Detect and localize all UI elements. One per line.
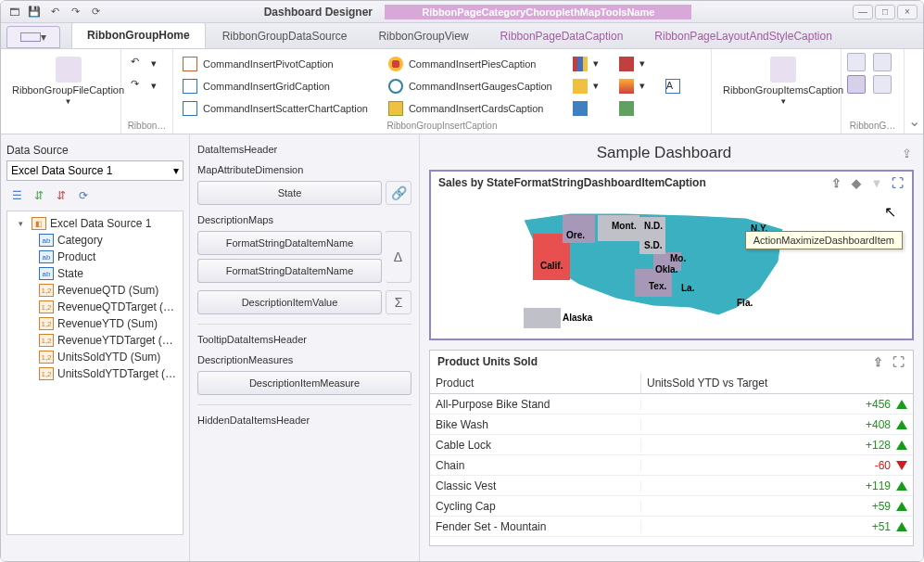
tab-view[interactable]: RibbonGroupView [363, 24, 483, 48]
tree-root[interactable]: ▾◧Excel Data Source 1 [11, 215, 179, 232]
insert-filter-split[interactable]: ▾ [615, 54, 649, 74]
tab-datasource[interactable]: RibbonGroupDataSource [208, 24, 362, 48]
refresh-fields-icon[interactable]: ⟳ [73, 186, 94, 205]
file-menu-button[interactable]: ▾ [6, 26, 60, 48]
table-row[interactable]: Classic Vest+119 [430, 476, 913, 496]
maximize-grid-icon[interactable]: ⛶ [891, 354, 905, 369]
insert-chart-split[interactable]: ▾ [569, 54, 602, 74]
svg-text:Fla.: Fla. [737, 298, 753, 308]
chip-state[interactable]: State [197, 181, 382, 205]
undo-split-button[interactable]: ↶▾ [127, 53, 160, 73]
datasource-combo[interactable]: Excel Data Source 1▾ [6, 160, 184, 181]
grid-body[interactable]: All-Purpose Bike Stand+456Bike Wash+408C… [430, 394, 913, 545]
insert-grid[interactable]: CommandInsertGridCaption [179, 76, 372, 96]
chip-fmt1[interactable]: FormatStringDataItemName [197, 231, 382, 255]
map-item[interactable]: Sales by StateFormatStringDashboardItemC… [429, 170, 914, 340]
svg-text:Mont.: Mont. [612, 221, 637, 231]
ribbon: RibbonGroupFileCaption▼ ↶▾ ↷▾ Ribbon… Co… [1, 49, 923, 134]
ribbon-group-insert-label: RibbonGroupInsertCaption [179, 119, 705, 132]
tree-field[interactable]: 1,2RevenueYTDTarget (… [11, 332, 179, 349]
chip-fmt3[interactable]: FormatStringDataItemName [197, 259, 382, 283]
export-dashboard-icon[interactable]: ⇪ [899, 146, 914, 160]
table-row[interactable]: Bike Wash+408 [430, 415, 913, 435]
data-items-header: DataItemsHeader [197, 144, 411, 155]
maximize-button[interactable]: □ [875, 5, 895, 19]
col-product[interactable]: Product [430, 373, 641, 393]
insert-scatter[interactable]: CommandInsertScatterChartCaption [179, 98, 372, 119]
tree-field[interactable]: 1,2RevenueYTD (Sum) [11, 315, 179, 332]
insert-pies[interactable]: CommandInsertPiesCaption [385, 54, 556, 74]
sort-asc-icon[interactable]: ⇵ [29, 186, 49, 205]
insert-pivot[interactable]: CommandInsertPivotCaption [179, 54, 372, 74]
delta-up-icon [896, 400, 907, 409]
chip-item-value[interactable]: DescriptionItemValue [197, 290, 382, 314]
link-icon[interactable]: 🔗 [386, 181, 411, 205]
tree-field[interactable]: 1,2RevenueQTDTarget (… [11, 299, 179, 315]
tree-field[interactable]: 1,2UnitsSoldYTD (Sum) [11, 349, 179, 365]
group-icon[interactable]: ☰ [6, 186, 27, 205]
remove-icon[interactable] [873, 75, 892, 94]
redo-split-button[interactable]: ↷▾ [127, 75, 160, 96]
delete-icon[interactable] [873, 53, 892, 71]
maximize-tooltip: ActionMaximizeDashboardItem [745, 231, 903, 249]
tab-home[interactable]: RibbonGroupHome [71, 22, 206, 48]
minimize-button[interactable]: — [853, 5, 873, 19]
insert-map-split[interactable]: ▾ [569, 76, 602, 96]
tab-page-data[interactable]: RibbonPageDataCaption [486, 24, 639, 48]
tree-field[interactable]: 1,2UnitsSoldYTDTarget (… [11, 365, 179, 382]
insert-cards[interactable]: CommandInsertCardsCaption [385, 98, 556, 119]
tree-field[interactable]: abState [11, 265, 179, 282]
svg-text:Mo.: Mo. [670, 253, 686, 263]
table-row[interactable]: Cycling Cap+59 [430, 496, 913, 517]
tree-field[interactable]: abProduct [11, 249, 179, 265]
filter-item-icon[interactable]: ▼ [869, 175, 884, 190]
convert-icon[interactable] [847, 75, 866, 94]
datasource-icon: ◧ [32, 217, 46, 230]
collapse-ribbon-button[interactable]: ⌄ [905, 49, 923, 134]
table-row[interactable]: Fender Set - Mountain+51 [430, 517, 913, 537]
insert-gauges[interactable]: CommandInsertGaugesCaption [385, 76, 556, 96]
delta-down-icon [896, 461, 907, 470]
chip-item-measure[interactable]: DescriptionItemMeasure [197, 371, 411, 395]
table-row[interactable]: Chain-60 [430, 455, 913, 476]
insert-image[interactable] [615, 98, 649, 119]
undo-icon[interactable]: ↶ [47, 5, 62, 19]
export-item-icon[interactable]: ⇪ [829, 175, 843, 190]
field-tree[interactable]: ▾◧Excel Data Source 1 abCategoryabProduc… [6, 211, 184, 535]
sum-icon-2[interactable]: Σ [386, 290, 411, 314]
field-type-icon: 1,2 [39, 351, 54, 364]
ribbon-tabs: ▾ RibbonGroupHome RibbonGroupDataSource … [1, 23, 923, 49]
window-controls: — □ × [853, 5, 918, 19]
tree-field[interactable]: 1,2RevenueQTD (Sum) [11, 282, 179, 299]
pivot-icon [183, 57, 197, 71]
insert-range-split[interactable]: ▾ [615, 76, 649, 96]
close-button[interactable]: × [897, 5, 918, 19]
treemap-icon [573, 101, 588, 116]
grid-item[interactable]: Product Units Sold ⇪ ⛶ Product UnitsSold… [429, 350, 914, 546]
duplicate-icon[interactable] [847, 53, 866, 71]
context-category: RibbonPageCategoryChoroplethMapToolsName [385, 5, 691, 19]
export-grid-icon[interactable]: ⇪ [870, 354, 885, 369]
delta-up-icon [896, 522, 907, 531]
items-icon [770, 57, 796, 83]
sort-desc-icon[interactable]: ⇵ [51, 186, 71, 205]
table-row[interactable]: All-Purpose Bike Stand+456 [430, 394, 913, 415]
maximize-icon[interactable]: ⛶ [890, 175, 905, 190]
map-attribute-dimension-label: MapAttributeDimension [197, 164, 411, 175]
gauge-icon [388, 79, 403, 94]
refresh-icon[interactable]: ⟳ [88, 5, 103, 19]
insert-treemap[interactable] [569, 98, 602, 119]
col-target[interactable]: UnitsSold YTD vs Target [641, 373, 913, 393]
text-icon: A [665, 79, 680, 94]
field-type-icon: 1,2 [39, 334, 54, 347]
save-icon[interactable]: 💾 [27, 5, 42, 19]
redo-icon[interactable]: ↷ [68, 5, 82, 19]
insert-text[interactable]: A [662, 76, 684, 96]
tab-page-layout[interactable]: RibbonPageLayoutAndStyleCaption [639, 24, 846, 48]
items-group-button[interactable]: RibbonGroupItemsCaption▼ [717, 53, 849, 109]
file-group-button[interactable]: RibbonGroupFileCaption▼ [6, 53, 130, 109]
map-viewport[interactable]: Mont. N.D. N.Y. Ore. S.D. Calif. Mo. Okl… [431, 194, 912, 338]
table-row[interactable]: Cable Lock+128 [430, 435, 913, 455]
layers-icon[interactable]: ◆ [849, 175, 864, 190]
tree-field[interactable]: abCategory [11, 232, 179, 249]
